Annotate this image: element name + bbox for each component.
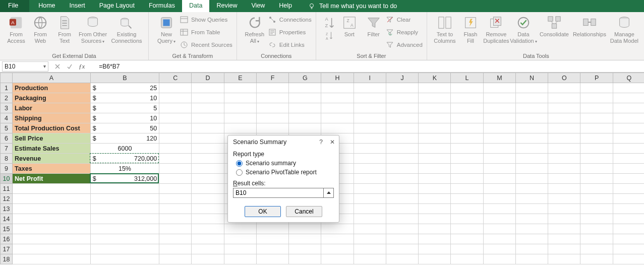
cell[interactable]: [159, 234, 192, 244]
cell[interactable]: [483, 164, 515, 174]
cell[interactable]: [613, 174, 644, 184]
cell[interactable]: [483, 154, 515, 164]
cell[interactable]: [451, 113, 483, 123]
row-header[interactable]: 14: [1, 214, 13, 224]
cell[interactable]: [13, 224, 91, 234]
cell[interactable]: [354, 244, 386, 254]
cell[interactable]: $10: [90, 113, 159, 123]
cell[interactable]: [419, 103, 451, 113]
sort-az-button[interactable]: AZ ZA: [320, 14, 337, 40]
cell[interactable]: [419, 164, 451, 174]
connections-button[interactable]: Connections: [268, 14, 312, 25]
cell[interactable]: [159, 214, 192, 224]
cell[interactable]: [386, 164, 418, 174]
relationships-button[interactable]: Relationships: [571, 14, 608, 38]
cell[interactable]: $5: [90, 103, 159, 113]
cell[interactable]: [192, 113, 224, 123]
cancel-icon[interactable]: [54, 63, 61, 70]
cell[interactable]: [613, 194, 644, 204]
cell[interactable]: [548, 184, 580, 194]
cell[interactable]: [548, 234, 580, 244]
tab-help[interactable]: Help: [272, 0, 299, 12]
cell[interactable]: [548, 93, 580, 103]
cell[interactable]: [386, 204, 418, 214]
cell[interactable]: [419, 184, 451, 194]
cell[interactable]: [90, 224, 159, 234]
cell[interactable]: [613, 113, 644, 123]
cell[interactable]: [548, 194, 580, 204]
filter-button[interactable]: Filter: [362, 14, 386, 38]
cell[interactable]: [483, 174, 515, 184]
cell[interactable]: [159, 194, 192, 204]
col-header[interactable]: O: [548, 73, 580, 83]
cell[interactable]: [613, 224, 644, 234]
cell[interactable]: [224, 113, 256, 123]
tab-insert[interactable]: Insert: [63, 0, 92, 12]
cell[interactable]: [515, 234, 548, 244]
cell[interactable]: [289, 83, 321, 93]
cell[interactable]: [548, 254, 580, 264]
cell[interactable]: [192, 83, 224, 93]
cell[interactable]: [419, 174, 451, 184]
col-header[interactable]: A: [13, 73, 91, 83]
cell[interactable]: [354, 164, 386, 174]
cell[interactable]: [289, 224, 321, 234]
advanced-button[interactable]: Advanced: [386, 39, 423, 50]
cell[interactable]: [580, 144, 613, 154]
cell[interactable]: [483, 244, 515, 254]
cell[interactable]: [419, 234, 451, 244]
cell[interactable]: [515, 254, 548, 264]
cell[interactable]: [419, 224, 451, 234]
tab-formulas[interactable]: Formulas: [142, 0, 182, 12]
col-header[interactable]: J: [386, 73, 418, 83]
cell[interactable]: [321, 234, 354, 244]
cell[interactable]: [483, 103, 515, 113]
cell[interactable]: [548, 154, 580, 164]
cell[interactable]: $50: [90, 123, 159, 133]
cell[interactable]: 15%: [90, 164, 159, 174]
cell[interactable]: [419, 93, 451, 103]
cell[interactable]: [613, 93, 644, 103]
cell[interactable]: [289, 234, 321, 244]
cell[interactable]: [580, 234, 613, 244]
cell[interactable]: [192, 254, 224, 264]
cell[interactable]: Labor: [13, 103, 91, 113]
col-header[interactable]: G: [289, 73, 321, 83]
cell[interactable]: [224, 234, 256, 244]
cell[interactable]: [386, 154, 418, 164]
cell[interactable]: [548, 164, 580, 174]
cell[interactable]: [548, 244, 580, 254]
col-header[interactable]: M: [483, 73, 515, 83]
cell[interactable]: [483, 214, 515, 224]
cell[interactable]: [451, 133, 483, 144]
range-picker-button[interactable]: [324, 188, 334, 198]
cell[interactable]: [354, 224, 386, 234]
cell[interactable]: [256, 83, 288, 93]
cell[interactable]: [548, 214, 580, 224]
cell[interactable]: [548, 133, 580, 144]
cell[interactable]: [321, 244, 354, 254]
from-other-sources-button[interactable]: From Other Sources▾: [77, 14, 109, 44]
cell[interactable]: [451, 164, 483, 174]
flash-fill-button[interactable]: Flash Fill: [458, 14, 483, 44]
cell[interactable]: [159, 224, 192, 234]
cell[interactable]: [159, 123, 192, 133]
from-table-button[interactable]: From Table: [180, 27, 232, 38]
cell[interactable]: [613, 244, 644, 254]
cell[interactable]: [289, 244, 321, 254]
cell[interactable]: [256, 224, 288, 234]
cell[interactable]: [613, 133, 644, 144]
cell[interactable]: [321, 93, 354, 103]
cell[interactable]: [90, 194, 159, 204]
cell[interactable]: [386, 244, 418, 254]
cell[interactable]: [192, 204, 224, 214]
row-header[interactable]: 4: [1, 113, 13, 123]
cell[interactable]: [451, 93, 483, 103]
cell[interactable]: [580, 184, 613, 194]
cell[interactable]: [224, 224, 256, 234]
cell[interactable]: [256, 254, 288, 264]
cell[interactable]: [483, 133, 515, 144]
cell[interactable]: [192, 164, 224, 174]
cell[interactable]: [483, 194, 515, 204]
cell[interactable]: [159, 154, 192, 164]
